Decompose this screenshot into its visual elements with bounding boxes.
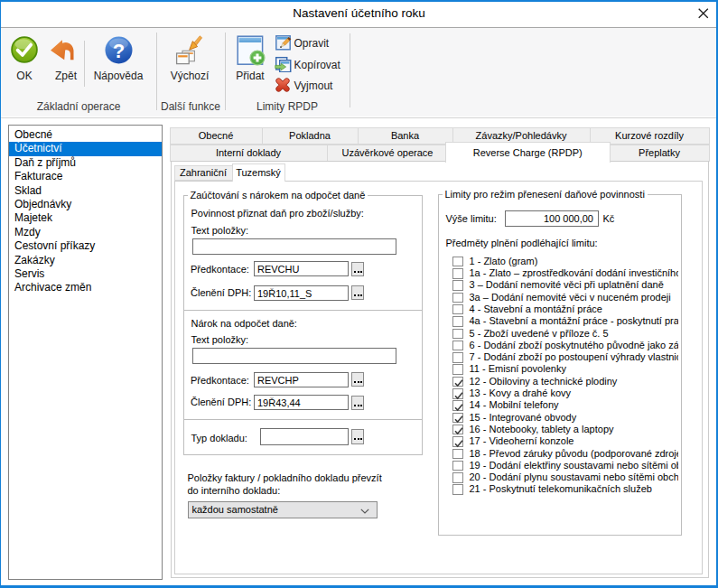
svg-text:?: ? <box>113 40 125 62</box>
